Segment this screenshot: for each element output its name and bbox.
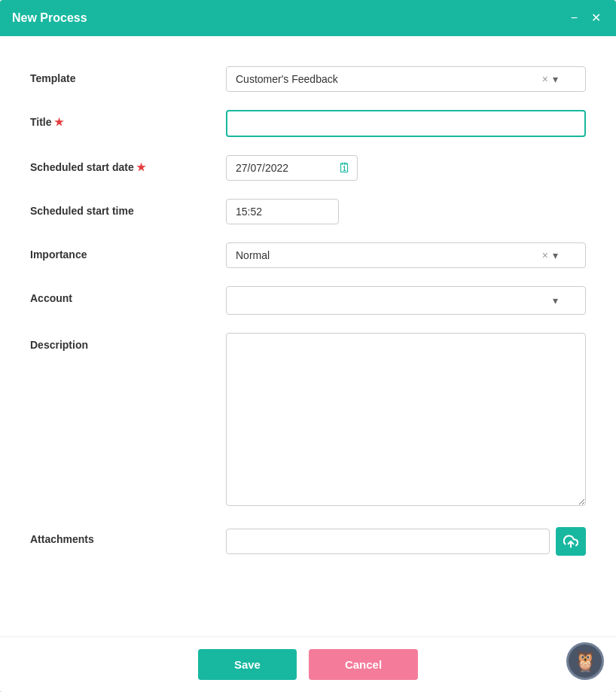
importance-select[interactable]: Normal × ▾ bbox=[226, 242, 586, 268]
scheduled-time-row: Scheduled start time bbox=[30, 199, 586, 224]
save-button[interactable]: Save bbox=[198, 649, 297, 680]
description-control bbox=[226, 333, 586, 509]
template-control: Customer's Feedback × ▾ bbox=[226, 66, 586, 92]
title-required-star: ★ bbox=[54, 116, 64, 128]
titlebar-controls: − ✕ bbox=[568, 11, 604, 26]
titlebar: New Process − ✕ bbox=[0, 0, 616, 36]
upload-button[interactable] bbox=[556, 527, 586, 556]
scheduled-time-label: Scheduled start time bbox=[30, 199, 226, 217]
account-select-wrapper: ▾ bbox=[226, 286, 586, 315]
attachments-label: Attachments bbox=[30, 527, 226, 545]
description-row: Description bbox=[30, 333, 586, 509]
template-select-wrapper: Customer's Feedback × ▾ bbox=[226, 66, 586, 92]
account-chevron-icon: ▾ bbox=[553, 294, 558, 306]
cancel-button[interactable]: Cancel bbox=[309, 649, 418, 680]
avatar-icon: 🦉 bbox=[573, 651, 597, 671]
account-control: ▾ bbox=[226, 286, 586, 315]
importance-select-wrapper: Normal × ▾ bbox=[226, 242, 586, 268]
form-body: Template Customer's Feedback × ▾ Title★ bbox=[0, 36, 616, 692]
importance-row: Importance Normal × ▾ bbox=[30, 242, 586, 268]
account-row: Account ▾ bbox=[30, 286, 586, 315]
template-select[interactable]: Customer's Feedback × ▾ bbox=[226, 66, 586, 92]
calendar-icon[interactable]: 🗓 bbox=[338, 160, 352, 176]
scheduled-time-input[interactable] bbox=[226, 199, 339, 224]
attachments-row: Attachments bbox=[30, 527, 586, 556]
upload-icon bbox=[563, 534, 578, 549]
importance-chevron-icon: ▾ bbox=[553, 249, 558, 261]
importance-label: Importance bbox=[30, 242, 226, 261]
dialog-title: New Process bbox=[12, 11, 87, 25]
template-value: Customer's Feedback bbox=[236, 73, 338, 85]
description-label: Description bbox=[30, 333, 226, 351]
template-label: Template bbox=[30, 66, 226, 84]
avatar-button[interactable]: 🦉 bbox=[566, 642, 604, 680]
attachments-control bbox=[226, 527, 586, 556]
close-button[interactable]: ✕ bbox=[588, 11, 604, 26]
scheduled-date-row: Scheduled start date★ 🗓 bbox=[30, 155, 586, 181]
title-control bbox=[226, 110, 586, 137]
title-input[interactable] bbox=[226, 110, 586, 137]
template-row: Template Customer's Feedback × ▾ bbox=[30, 66, 586, 92]
minimize-button[interactable]: − bbox=[568, 11, 581, 26]
scheduled-date-control: 🗓 bbox=[226, 155, 586, 181]
attachments-input[interactable] bbox=[226, 529, 550, 554]
importance-clear-button[interactable]: × bbox=[542, 249, 548, 261]
date-required-star: ★ bbox=[136, 161, 146, 173]
description-textarea[interactable] bbox=[226, 333, 586, 506]
title-row: Title★ bbox=[30, 110, 586, 137]
template-clear-button[interactable]: × bbox=[542, 73, 548, 85]
scheduled-time-control bbox=[226, 199, 586, 224]
title-label: Title★ bbox=[30, 110, 226, 128]
importance-control: Normal × ▾ bbox=[226, 242, 586, 268]
template-chevron-icon: ▾ bbox=[553, 73, 558, 85]
attachments-wrapper bbox=[226, 527, 586, 556]
new-process-dialog: New Process − ✕ Template Customer's Feed… bbox=[0, 0, 616, 692]
account-label: Account bbox=[30, 286, 226, 304]
dialog-footer: Save Cancel bbox=[0, 636, 616, 692]
importance-value: Normal bbox=[236, 249, 270, 261]
scheduled-date-label: Scheduled start date★ bbox=[30, 155, 226, 173]
date-wrapper: 🗓 bbox=[226, 155, 358, 181]
account-select[interactable]: ▾ bbox=[226, 286, 586, 315]
